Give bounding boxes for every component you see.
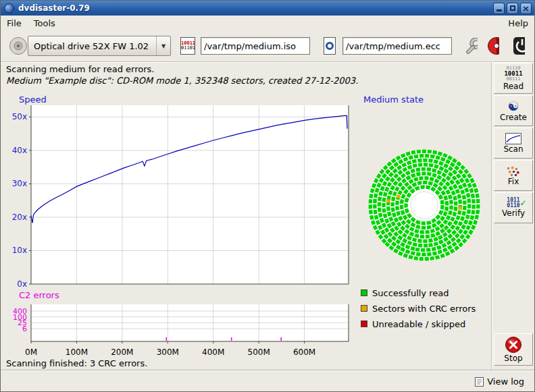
legend-swatch-unreadable <box>361 320 367 327</box>
x-tick-label: 400M <box>202 347 224 357</box>
menubar: File Tools Help <box>1 16 534 30</box>
x-tick-label: 600M <box>293 347 315 357</box>
yin-yang-icon: ☯ <box>507 99 519 113</box>
c2-y-tick-label: 6 <box>22 325 27 333</box>
bottombar: View log <box>1 370 534 392</box>
disc-hole <box>411 192 438 219</box>
legend-item-ok: Successfully read <box>361 288 476 298</box>
verify-button-label: Verify <box>502 208 525 218</box>
footer-statusline: Scanning finished: 3 CRC errors. <box>1 357 491 370</box>
scan-button[interactable]: Scan <box>494 128 533 159</box>
view-log-button[interactable]: View log <box>470 374 529 389</box>
iso-path-input[interactable] <box>201 37 310 55</box>
ecc-file-button[interactable] <box>320 35 340 57</box>
legend-label-ok: Successfully read <box>372 288 449 298</box>
sidebar-separator <box>491 61 492 370</box>
verify-button[interactable]: 1011 0110 ✓ Verify <box>494 192 533 223</box>
minimize-button[interactable] <box>493 3 505 14</box>
x-tick-label: 500M <box>248 347 270 357</box>
window-titlebar: dvdisaster-0.79 × <box>1 1 534 16</box>
checkmark-icon: ✓ <box>520 198 527 208</box>
app-icon <box>4 3 14 13</box>
ecc-file-icon <box>324 37 336 55</box>
iso-file-icon: 10011 01101 <box>180 37 195 55</box>
medium-info-text: Medium "Example disc": CD-ROM mode 1, 35… <box>6 76 358 86</box>
medium-state-legend: Successfully read Sectors with CRC error… <box>361 288 476 329</box>
status-action-text: Scanning medium for read errors. <box>6 64 154 74</box>
speed-y-tick-label: 0x <box>17 279 27 289</box>
scan-result-text: Scanning finished: 3 CRC errors. <box>6 358 147 368</box>
status-header: Scanning medium for read errors. Medium … <box>1 61 491 90</box>
drive-status-icon <box>9 36 28 55</box>
x-tick-label: 0M <box>25 347 37 357</box>
app-window: dvdisaster-0.79 × File Tools Help Optica… <box>0 0 535 392</box>
view-log-label: View log <box>487 376 524 387</box>
legend-label-crc: Sectors with CRC errors <box>372 304 476 314</box>
close-button[interactable]: × <box>520 3 532 14</box>
create-button[interactable]: ☯ Create <box>494 95 533 126</box>
speed-y-tick-label: 40x <box>12 146 27 155</box>
minimize-icon <box>496 9 502 11</box>
read-button[interactable]: 01110 10011 00111 Read <box>494 63 533 94</box>
stop-button-label: Stop <box>504 354 522 363</box>
read-button-label: Read <box>503 82 524 91</box>
legend-swatch-ok <box>361 289 367 296</box>
drive-selector[interactable]: Optical drive 52X FW 1.02 ▼ <box>28 36 171 56</box>
scan-button-label: Scan <box>503 144 523 154</box>
speed-y-tick-label: 30x <box>12 179 27 188</box>
speed-y-tick-label: 10x <box>12 246 27 255</box>
x-tick-label: 100M <box>66 347 88 357</box>
fix-button[interactable]: Fix <box>494 160 533 191</box>
close-icon: × <box>522 4 530 13</box>
quit-button[interactable] <box>509 35 529 57</box>
dvdisaster-logo-button[interactable] <box>483 35 503 57</box>
fix-icon <box>505 165 521 177</box>
stop-button[interactable]: Stop <box>494 333 533 366</box>
verify-icon: 1011 0110 ✓ <box>507 198 519 208</box>
ecc-path-input[interactable] <box>342 37 452 55</box>
iso-file-button[interactable]: 10011 01101 <box>178 35 198 57</box>
speed-y-tick-label: 20x <box>12 213 27 222</box>
create-button-label: Create <box>500 113 527 122</box>
legend-swatch-crc <box>361 305 367 312</box>
wrench-icon <box>465 38 478 54</box>
stop-icon <box>505 336 522 354</box>
legend-label-unreadable: Unreadable / skipped <box>372 319 465 329</box>
read-icon: 01110 10011 00111 <box>504 66 522 82</box>
menu-help[interactable]: Help <box>502 17 534 30</box>
power-icon <box>513 36 525 55</box>
maximize-icon <box>510 5 515 11</box>
scan-chart-icon <box>505 133 521 144</box>
speed-y-tick-label: 50x <box>12 112 27 121</box>
preferences-button[interactable] <box>461 35 482 57</box>
drive-selector-value: Optical drive 52X FW 1.02 <box>28 41 156 51</box>
window-title: dvdisaster-0.79 <box>18 3 90 13</box>
dvdisaster-logo-icon <box>487 36 499 55</box>
maximize-button[interactable] <box>507 3 518 14</box>
menu-file[interactable]: File <box>1 17 28 30</box>
legend-item-crc: Sectors with CRC errors <box>361 304 476 313</box>
x-tick-label: 200M <box>111 347 133 357</box>
log-icon <box>475 377 484 387</box>
fix-button-label: Fix <box>508 177 519 186</box>
toolbar: Optical drive 52X FW 1.02 ▼ 10011 01101 <box>1 30 534 62</box>
chevron-down-icon: ▼ <box>156 36 170 55</box>
menu-tools[interactable]: Tools <box>28 17 61 30</box>
legend-item-unreadable: Unreadable / skipped <box>361 319 476 329</box>
x-tick-label: 300M <box>157 347 179 357</box>
